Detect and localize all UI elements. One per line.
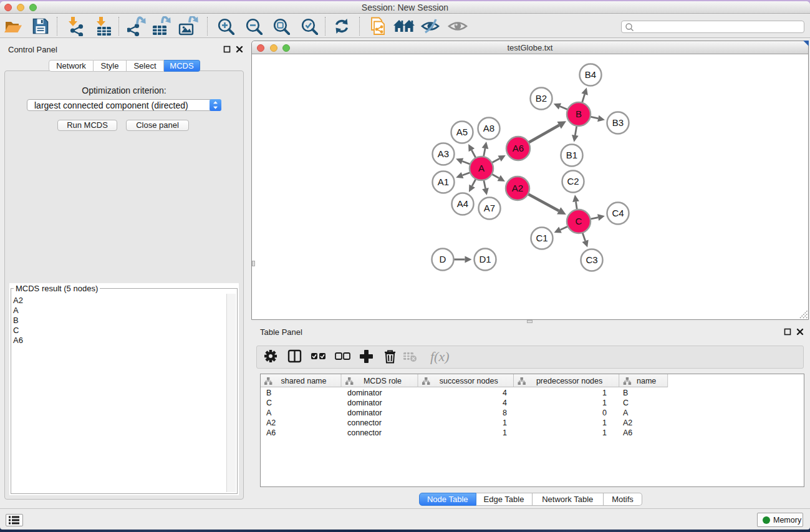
- svg-text:name: name: [637, 377, 656, 385]
- svg-text:A2: A2: [512, 183, 523, 193]
- svg-text:1: 1: [602, 389, 607, 397]
- svg-text:1: 1: [503, 428, 507, 437]
- svg-text:1: 1: [602, 418, 607, 427]
- svg-text:A: A: [478, 163, 485, 173]
- svg-text:A6: A6: [266, 428, 276, 437]
- svg-text:8: 8: [503, 409, 507, 417]
- svg-text:C: C: [266, 399, 272, 407]
- svg-text:4: 4: [503, 399, 507, 407]
- svg-text:MCDS role: MCDS role: [364, 377, 402, 385]
- svg-text:1: 1: [602, 428, 607, 437]
- svg-text:A6: A6: [623, 428, 632, 437]
- svg-text:C4: C4: [612, 208, 624, 218]
- svg-text:shared name: shared name: [281, 377, 327, 385]
- svg-text:B3: B3: [612, 117, 624, 128]
- svg-text:A8: A8: [483, 123, 494, 133]
- svg-text:B2: B2: [536, 93, 547, 104]
- svg-text:B1: B1: [566, 150, 577, 160]
- svg-text:A2: A2: [266, 418, 276, 427]
- svg-text:1: 1: [602, 399, 607, 407]
- svg-text:D1: D1: [479, 254, 491, 264]
- svg-text:A5: A5: [456, 127, 468, 137]
- svg-text:A1: A1: [438, 177, 449, 187]
- svg-text:A6: A6: [513, 143, 524, 153]
- svg-text:C1: C1: [536, 233, 547, 243]
- svg-text:dominator: dominator: [347, 389, 382, 397]
- svg-text:A4: A4: [457, 198, 468, 209]
- svg-text:1: 1: [503, 418, 507, 427]
- svg-text:0: 0: [602, 409, 607, 417]
- svg-text:connector: connector: [347, 418, 382, 427]
- svg-text:C: C: [623, 399, 629, 407]
- svg-text:connector: connector: [347, 428, 382, 437]
- svg-text:C: C: [576, 216, 582, 226]
- svg-text:predecessor nodes: predecessor nodes: [536, 377, 602, 385]
- svg-text:D: D: [440, 254, 446, 264]
- svg-text:C2: C2: [567, 176, 579, 186]
- svg-text:4: 4: [503, 389, 507, 397]
- svg-text:B: B: [623, 389, 628, 397]
- svg-text:dominator: dominator: [347, 399, 382, 407]
- svg-text:B: B: [576, 109, 582, 119]
- svg-text:B: B: [266, 389, 271, 397]
- svg-text:f(x): f(x): [430, 349, 450, 364]
- svg-text:dominator: dominator: [347, 409, 382, 417]
- svg-text:successor nodes: successor nodes: [440, 377, 498, 385]
- svg-text:A: A: [266, 409, 272, 417]
- svg-text:B4: B4: [585, 69, 596, 80]
- svg-text:A7: A7: [484, 203, 495, 213]
- svg-text:A3: A3: [438, 148, 449, 159]
- svg-text:A2: A2: [623, 418, 632, 427]
- svg-text:A: A: [623, 409, 629, 417]
- svg-text:C3: C3: [586, 254, 597, 265]
